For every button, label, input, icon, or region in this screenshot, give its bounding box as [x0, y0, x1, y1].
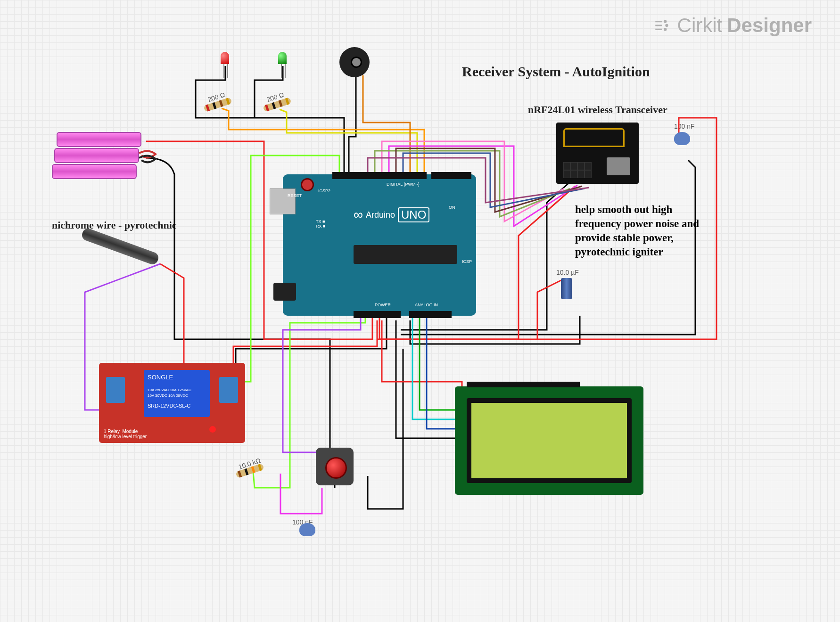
svg-point-0 [664, 20, 667, 23]
arduino-header-power [354, 311, 401, 318]
arduino-digital-label: DIGITAL (PWM~) [387, 182, 420, 187]
buzzer[interactable] [339, 47, 370, 77]
c2-value: 10.0 µF [556, 269, 579, 276]
relay-coil: SONGLE 10A 250VAC 10A 125VAC 10A 30VDC 1… [144, 370, 210, 417]
help-text: help smooth out high frequency power noi… [575, 203, 716, 259]
arduino-power-label: POWER [375, 303, 391, 307]
led-red[interactable] [221, 52, 229, 64]
nrf-chip [607, 157, 630, 175]
arduino-header-analog [409, 311, 452, 318]
arduino-reset-button[interactable] [301, 178, 314, 191]
diagram-title: Receiver System - AutoIgnition [462, 64, 650, 80]
capacitor-10uf[interactable] [561, 278, 572, 299]
relay-model: SRD-12VDC-SL-C [148, 403, 190, 409]
capacitor-100nf-b[interactable] [299, 523, 315, 536]
relay-module[interactable]: SONGLE 10A 250VAC 10A 125VAC 10A 30VDC 1… [99, 363, 245, 443]
arduino-txrx: TX ■RX ■ [316, 219, 325, 229]
relay-rating2: 10A 30VDC 10A 28VDC [148, 393, 188, 398]
nrf24l01-module[interactable] [556, 123, 639, 184]
logo-brand: Cirkit [677, 14, 723, 37]
arduino-uno[interactable]: ∞ Arduino UNO RESET ICSP2 ICSP TX ■RX ■ … [283, 174, 476, 316]
svg-point-2 [664, 28, 667, 31]
lcd-header-pins [467, 382, 580, 387]
arduino-header-digital [332, 172, 427, 179]
relay-led-icon [209, 426, 216, 433]
nrf-label: nRF24L01 wireless Transceiver [528, 104, 667, 116]
arduino-mcu [354, 245, 457, 264]
arduino-icsp2-label: ICSP2 [318, 188, 330, 193]
arduino-on-label: ON [449, 205, 455, 210]
arduino-reset-label: RESET [288, 193, 302, 198]
relay-input-terminal [219, 377, 238, 403]
lcd-screen [467, 398, 632, 483]
led-red-anode [227, 64, 228, 78]
battery-pack[interactable] [52, 132, 146, 179]
c1-value: 100 nF [674, 123, 695, 130]
led-green-cathode [281, 64, 282, 78]
logo-product: Designer [727, 14, 812, 37]
nrf-antenna-icon [563, 128, 625, 147]
arduino-header-digital2 [431, 172, 471, 179]
led-green[interactable] [278, 52, 287, 64]
relay-desc: 1 Relay Module high/low level trigger [104, 429, 147, 439]
nrf-pin-header [563, 162, 592, 178]
relay-output-terminal [106, 377, 125, 403]
arduino-usb-port [270, 188, 296, 214]
led-red-cathode [223, 64, 224, 78]
app-logo: Cirkit Designer [653, 14, 812, 37]
svg-point-1 [665, 24, 668, 27]
pushbutton[interactable] [316, 448, 354, 485]
logo-icon [653, 16, 673, 35]
led-green-anode [285, 64, 286, 78]
arduino-power-jack [273, 283, 296, 301]
capacitor-100nf-a[interactable] [674, 132, 690, 145]
relay-brand: SONGLE [148, 374, 173, 381]
arduino-brand: ∞ Arduino UNO [354, 207, 429, 222]
arduino-icsp-label: ICSP [462, 259, 472, 264]
arduino-analog-label: ANALOG IN [415, 303, 438, 307]
relay-rating1: 10A 250VAC 10A 125VAC [148, 388, 191, 392]
lcd-display[interactable] [455, 386, 643, 495]
nichrome-label: nichrome wire - pyrotechnic [52, 219, 177, 231]
